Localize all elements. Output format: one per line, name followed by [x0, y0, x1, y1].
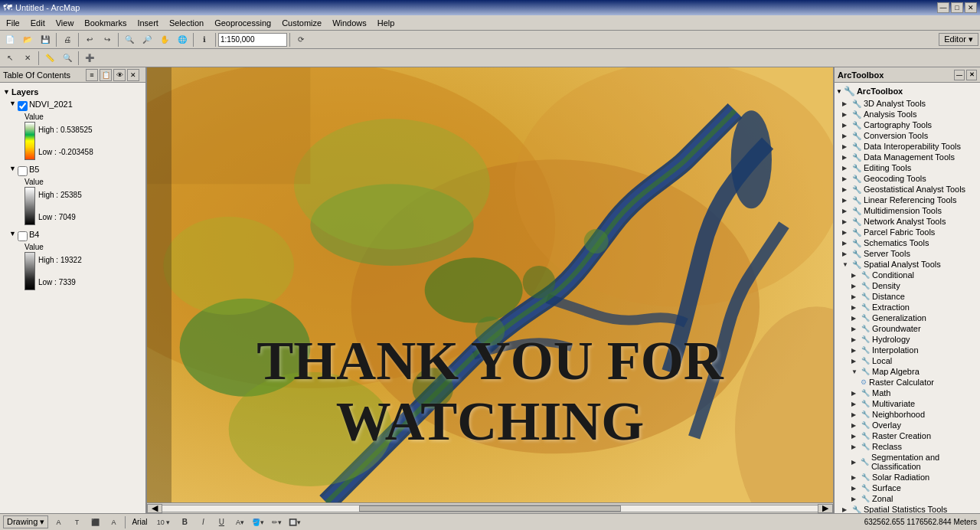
select-tool[interactable]: ↖	[2, 51, 18, 66]
minimize-button[interactable]: —	[937, 2, 949, 13]
tb-data-interop[interactable]: ▶ 🔧 Data Interoperability Tools	[836, 141, 978, 152]
scrollbar-thumb[interactable]	[359, 505, 621, 512]
menu-edit[interactable]: Edit	[26, 18, 50, 28]
menu-windows[interactable]: Windows	[328, 18, 371, 28]
tb-raster-creation[interactable]: ▶ 🔧 Raster Creation	[836, 430, 978, 441]
toc-close[interactable]: ✕	[127, 69, 139, 81]
tb-geostatistical[interactable]: ▶ 🔧 Geostatistical Analyst Tools	[836, 184, 978, 195]
toc-list-by-drawing-order[interactable]: ≡	[86, 69, 98, 81]
tb-linear-ref[interactable]: ▶ 🔧 Linear Referencing Tools	[836, 195, 978, 205]
open-button[interactable]: 📂	[19, 32, 36, 47]
menu-bookmarks[interactable]: Bookmarks	[80, 18, 131, 28]
shadow-button[interactable]: 🔲▾	[286, 515, 303, 530]
toolbox-minimize[interactable]: —	[954, 70, 965, 80]
tb-local[interactable]: ▶ 🔧 Local	[836, 355, 978, 366]
drawing-label[interactable]: Drawing ▾	[3, 515, 48, 528]
undo-button[interactable]: ↩	[81, 32, 98, 47]
toc-controls[interactable]: ≡ 📋 👁 ✕	[86, 69, 139, 81]
underline-button[interactable]: U	[213, 515, 230, 530]
save-button[interactable]: 💾	[37, 32, 54, 47]
b5-name[interactable]: B5	[29, 165, 39, 174]
add-data-button[interactable]: ➕	[81, 51, 98, 66]
ndvi-name[interactable]: NDVI_2021	[29, 100, 73, 109]
scrollbar-track[interactable]	[162, 505, 818, 512]
map-area[interactable]: THANK YOU FORWATCHING ◀ ▶	[147, 67, 833, 513]
scroll-left-button[interactable]: ◀	[147, 504, 162, 513]
refresh-button[interactable]: ⟳	[292, 32, 309, 47]
print-button[interactable]: 🖨	[59, 32, 76, 47]
line-color-button[interactable]: ✏▾	[268, 515, 285, 530]
map-scrollbar-horizontal[interactable]: ◀ ▶	[147, 502, 833, 513]
tb-analysis[interactable]: ▶ 🔧 Analysis Tools	[836, 109, 978, 119]
tb-spatial-analyst[interactable]: ▼ 🔧 Spatial Analyst Tools	[836, 259, 978, 270]
tb-conversion[interactable]: ▶ 🔧 Conversion Tools	[836, 130, 978, 141]
ndvi-checkbox[interactable]	[18, 101, 28, 111]
b4-checkbox[interactable]	[18, 231, 28, 241]
tb-editing[interactable]: ▶ 🔧 Editing Tools	[836, 162, 978, 173]
italic-button[interactable]: I	[194, 515, 211, 530]
b4-expand[interactable]: ▼	[9, 230, 16, 237]
b5-checkbox[interactable]	[18, 166, 28, 176]
new-button[interactable]: 📄	[2, 32, 18, 47]
scale-input[interactable]: 1:150,000	[218, 33, 287, 47]
tb-multivariate[interactable]: ▶ 🔧 Multivariate	[836, 398, 978, 409]
toc-list-by-source[interactable]: 📋	[100, 69, 112, 81]
font-size-field[interactable]: 10 ▾	[152, 515, 175, 530]
tb-raster-calculator[interactable]: ⚙ Raster Calculator	[836, 377, 978, 388]
zoom-out-button[interactable]: 🔎	[139, 32, 155, 47]
bold-button[interactable]: B	[176, 515, 193, 530]
tb-hydrology[interactable]: ▶ 🔧 Hydrology	[836, 334, 978, 345]
find-tool[interactable]: 🔍	[59, 51, 76, 66]
redo-button[interactable]: ↪	[99, 32, 116, 47]
tb-density[interactable]: ▶ 🔧 Density	[836, 280, 978, 291]
menu-geoprocessing[interactable]: Geoprocessing	[210, 18, 276, 28]
tb-groundwater[interactable]: ▶ 🔧 Groundwater	[836, 323, 978, 334]
tb-zonal[interactable]: ▶ 🔧 Zonal	[836, 493, 978, 504]
scroll-right-button[interactable]: ▶	[818, 504, 833, 513]
full-extent-button[interactable]: 🌐	[174, 32, 191, 47]
tb-math[interactable]: ▶ 🔧 Math	[836, 388, 978, 398]
toc-list-by-visibility[interactable]: 👁	[113, 69, 126, 81]
measure-tool[interactable]: 📏	[41, 51, 58, 66]
close-button[interactable]: ✕	[965, 2, 977, 13]
drawing-tool-3[interactable]: ⬛	[87, 515, 103, 530]
tb-network[interactable]: ▶ 🔧 Network Analyst Tools	[836, 216, 978, 227]
menu-customize[interactable]: Customize	[277, 18, 326, 28]
menu-insert[interactable]: Insert	[132, 18, 163, 28]
font-color-button[interactable]: A▾	[231, 515, 248, 530]
zoom-in-button[interactable]: 🔍	[121, 32, 138, 47]
tb-spatial-stats[interactable]: ▶ 🔧 Spatial Statistics Tools	[836, 504, 978, 513]
tb-conditional[interactable]: ▶ 🔧 Conditional	[836, 270, 978, 280]
menu-selection[interactable]: Selection	[165, 18, 208, 28]
toolbox-close[interactable]: ✕	[966, 70, 977, 80]
tb-solar[interactable]: ▶ 🔧 Solar Radiation	[836, 472, 978, 483]
tb-geocoding[interactable]: ▶ 🔧 Geocoding Tools	[836, 173, 978, 184]
b5-expand[interactable]: ▼	[9, 165, 16, 172]
menu-file[interactable]: File	[2, 18, 24, 28]
tb-map-algebra[interactable]: ▼ 🔧 Map Algebra	[836, 366, 978, 377]
drawing-tool-2[interactable]: T	[68, 515, 85, 530]
tb-segmentation[interactable]: ▶ 🔧 Segmentation and Classification	[836, 452, 978, 472]
maximize-button[interactable]: □	[951, 2, 963, 13]
tb-reclass[interactable]: ▶ 🔧 Reclass	[836, 441, 978, 452]
tb-distance[interactable]: ▶ 🔧 Distance	[836, 291, 978, 302]
identify-button[interactable]: ℹ	[196, 32, 213, 47]
titlebar-controls[interactable]: — □ ✕	[937, 2, 977, 13]
tb-multidim[interactable]: ▶ 🔧 Multidimension Tools	[836, 205, 978, 216]
drawing-tool-1[interactable]: A	[50, 515, 67, 530]
b4-name[interactable]: B4	[29, 230, 39, 239]
toolbox-controls[interactable]: — ✕	[954, 70, 977, 80]
menu-view[interactable]: View	[51, 18, 79, 28]
fill-color-button[interactable]: 🪣▾	[250, 515, 266, 530]
editor-button[interactable]: Editor ▾	[939, 33, 978, 46]
ndvi-expand[interactable]: ▼	[9, 100, 16, 107]
clear-selection[interactable]: ✕	[19, 51, 36, 66]
tb-interpolation[interactable]: ▶ 🔧 Interpolation	[836, 345, 978, 355]
tb-parcel[interactable]: ▶ 🔧 Parcel Fabric Tools	[836, 227, 978, 237]
tb-3d-analyst[interactable]: ▶ 🔧 3D Analyst Tools	[836, 98, 978, 109]
tb-overlay[interactable]: ▶ 🔧 Overlay	[836, 420, 978, 430]
tb-neighborhood[interactable]: ▶ 🔧 Neighborhood	[836, 409, 978, 420]
drawing-tool-4[interactable]: A	[105, 515, 122, 530]
tb-data-mgmt[interactable]: ▶ 🔧 Data Management Tools	[836, 152, 978, 162]
menu-help[interactable]: Help	[373, 18, 400, 28]
